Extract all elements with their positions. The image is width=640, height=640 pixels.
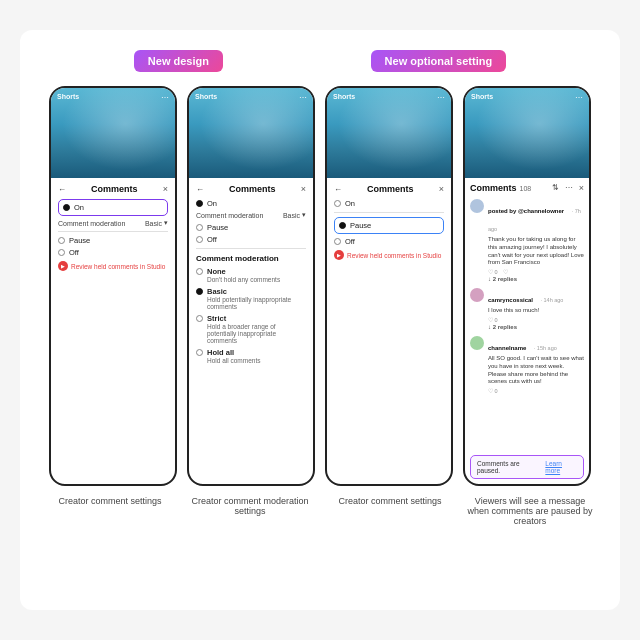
pause-banner-text: Comments are paused.	[477, 460, 541, 474]
comment-1-body: posted by @channelowner · 7h ago Thank y…	[488, 199, 584, 282]
phone3-pause-label: Pause	[350, 221, 371, 230]
phone3-content: ← Comments × On Pause Off	[327, 178, 451, 484]
comment-3-header: channelname · 15h ago	[488, 336, 584, 354]
phone3-pause-radio[interactable]	[339, 222, 346, 229]
phone-3: Shorts ⋯ ← Comments × On Pause	[325, 86, 453, 486]
comment-1-header: posted by @channelowner · 7h ago	[488, 199, 584, 235]
comment-3-avatar	[470, 336, 484, 350]
phone2-moderation-value: Basic ▾	[283, 211, 306, 219]
comment-3: channelname · 15h ago All SO good. I can…	[470, 336, 584, 394]
phone1-close-icon[interactable]: ×	[163, 184, 168, 194]
phone3-pause-option[interactable]: Pause	[334, 217, 444, 234]
comment-1-like[interactable]: ♡ 0	[488, 269, 498, 275]
comment-1-dislike[interactable]: ♡	[503, 269, 508, 275]
phone2-strict-option[interactable]: Strict Hold a broader range of potential…	[196, 314, 306, 344]
comment-3-like[interactable]: ♡ 0	[488, 388, 498, 394]
phone4-comments-header: Comments 108 ⇅ ⋯ ×	[470, 183, 584, 193]
phone4-close-icon[interactable]: ×	[579, 183, 584, 193]
phone1-studio-icon: ▶	[58, 261, 68, 271]
phone3-close-icon[interactable]: ×	[439, 184, 444, 194]
captions-row: Creator comment settings Creator comment…	[40, 496, 600, 526]
phone2-holdall-option[interactable]: Hold all Hold all comments	[196, 348, 306, 364]
phone2-image-overlay	[189, 88, 313, 178]
phone2-shorts-label: Shorts	[195, 93, 217, 100]
phone3-image: Shorts ⋯	[327, 88, 451, 178]
phone3-off-option[interactable]: Off	[334, 237, 444, 246]
phone2-close-icon[interactable]: ×	[301, 184, 306, 194]
phone1-studio-row: ▶ Review held comments in Studio	[58, 261, 168, 271]
comment-3-actions: ♡ 0	[488, 388, 584, 394]
phone-1: Shorts ⋯ ← Comments × On Comment moderat…	[49, 86, 177, 486]
phone1-panel-title-row: ← Comments ×	[58, 184, 168, 194]
comment-1: posted by @channelowner · 7h ago Thank y…	[470, 199, 584, 282]
phone3-panel-title: Comments	[367, 184, 414, 194]
comment-2-header: camryncossical · 14h ago	[488, 288, 584, 306]
phone3-on-label: On	[345, 199, 355, 208]
phone2-on-radio[interactable]	[196, 200, 203, 207]
phone3-back-icon[interactable]: ←	[334, 185, 342, 194]
phone1-on-label: On	[74, 203, 84, 212]
phone3-on-radio[interactable]	[334, 200, 341, 207]
phone2-none-option[interactable]: None Don't hold any comments	[196, 267, 306, 283]
phone1-image-overlay	[51, 88, 175, 178]
caption-2: Creator comment moderation settings	[186, 496, 314, 526]
phone1-content: ← Comments × On Comment moderation Basic…	[51, 178, 175, 484]
phone2-moderation-row: Comment moderation Basic ▾	[196, 211, 306, 219]
phone4-more-icon[interactable]: ⋯	[565, 183, 573, 193]
comment-1-actions: ♡ 0 ♡	[488, 269, 584, 275]
phone1-off-radio[interactable]	[58, 249, 65, 256]
comment-2-replies[interactable]: ↓ 2 replies	[488, 324, 584, 330]
comment-2-like[interactable]: ♡ 0	[488, 317, 498, 323]
phone-2: Shorts ⋯ ← Comments × On Comment moderat…	[187, 86, 315, 486]
phone2-pause-label: Pause	[207, 223, 228, 232]
phone1-moderation-value: Basic ▾	[145, 219, 168, 227]
phone2-back-icon[interactable]: ←	[196, 185, 204, 194]
phone2-holdall-label: Hold all	[207, 348, 234, 357]
phone2-panel-title-row: ← Comments ×	[196, 184, 306, 194]
phone1-studio-label: Review held comments in Studio	[71, 263, 165, 270]
phone2-none-label: None	[207, 267, 226, 276]
phone3-off-radio[interactable]	[334, 238, 341, 245]
headers-row: New design New optional setting	[40, 50, 600, 72]
phone3-studio-row: ▶ Review held comments in Studio	[334, 250, 444, 260]
phone1-on-radio[interactable]	[63, 204, 70, 211]
phone4-image-icons: ⋯	[575, 93, 583, 102]
pause-banner-link[interactable]: Learn more	[545, 460, 577, 474]
comment-3-text: All SO good. I can't wait to see what yo…	[488, 355, 584, 386]
phone3-on-option[interactable]: On	[334, 199, 444, 208]
comment-2-time: · 14h ago	[540, 297, 563, 303]
phone4-title-group: Comments 108	[470, 183, 531, 193]
phone2-none-radio[interactable]	[196, 268, 203, 275]
phone1-pause-option[interactable]: Pause	[58, 236, 168, 245]
phone2-holdall-radio[interactable]	[196, 349, 203, 356]
phone1-back-icon[interactable]: ←	[58, 185, 66, 194]
phone2-basic-desc: Hold potentially inappropriate comments	[207, 296, 306, 310]
comment-1-avatar	[470, 199, 484, 213]
phone2-on-option[interactable]: On	[196, 199, 306, 208]
phone2-off-option[interactable]: Off	[196, 235, 306, 244]
phone-4: Shorts ⋯ Comments 108 ⇅ ⋯ ×	[463, 86, 591, 486]
phone2-strict-radio[interactable]	[196, 315, 203, 322]
phone1-on-option[interactable]: On	[58, 199, 168, 216]
phone3-divider	[334, 212, 444, 213]
phone4-header-actions: ⇅ ⋯ ×	[552, 183, 584, 193]
phone4-shorts-label: Shorts	[471, 93, 493, 100]
phone2-strict-label: Strict	[207, 314, 226, 323]
comment-3-body: channelname · 15h ago All SO good. I can…	[488, 336, 584, 394]
phone1-moderation-label: Comment moderation	[58, 220, 125, 227]
phone1-pause-radio[interactable]	[58, 237, 65, 244]
phone2-pause-radio[interactable]	[196, 224, 203, 231]
phone2-basic-radio[interactable]	[196, 288, 203, 295]
phone2-basic-option[interactable]: Basic Hold potentially inappropriate com…	[196, 287, 306, 310]
comment-1-replies[interactable]: ↓ 2 replies	[488, 276, 584, 282]
phone2-pause-option[interactable]: Pause	[196, 223, 306, 232]
phone4-comments-panel: Comments 108 ⇅ ⋯ × posted by @channelown…	[465, 178, 589, 484]
caption-4: Viewers will see a message when comments…	[466, 496, 594, 526]
phone2-content: ← Comments × On Comment moderation Basic…	[189, 178, 313, 484]
phone1-off-option[interactable]: Off	[58, 248, 168, 257]
phone3-image-icons: ⋯	[437, 93, 445, 102]
phone2-off-radio[interactable]	[196, 236, 203, 243]
phone1-image: Shorts ⋯	[51, 88, 175, 178]
phone4-sort-icon[interactable]: ⇅	[552, 183, 559, 193]
phone3-shorts-label: Shorts	[333, 93, 355, 100]
